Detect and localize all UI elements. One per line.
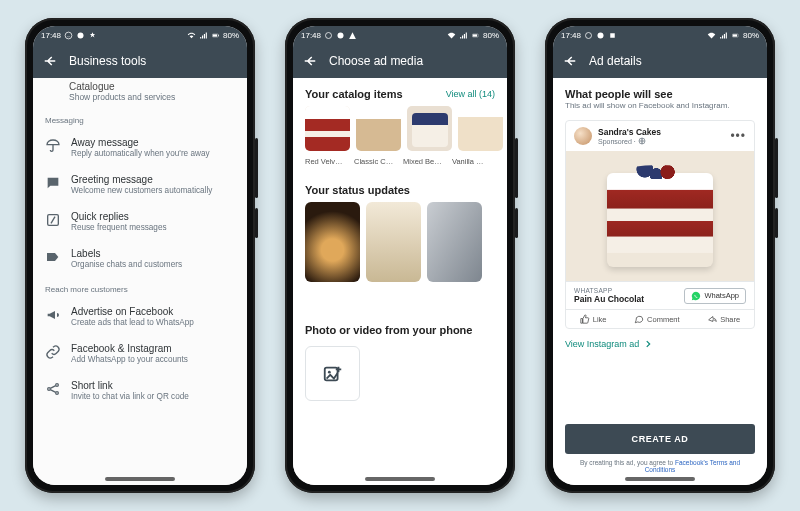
svg-rect-12 — [473, 34, 477, 36]
content: Your catalog items View all (14) Red Vel… — [293, 78, 507, 485]
megaphone-icon — [45, 307, 61, 323]
status-item[interactable] — [427, 202, 482, 282]
status-bar: 17:48 80% — [553, 26, 767, 44]
status-bar: 17:48 80% — [33, 26, 247, 44]
screen: 17:48 80% Ad details What people will se… — [553, 26, 767, 485]
ad-preview-card: Sandra's Cakes Sponsored · ••• WHATSAPP … — [565, 120, 755, 329]
catalog-caption: Mixed Be… — [403, 157, 446, 166]
message-icon — [45, 175, 61, 191]
link-icon — [45, 344, 61, 360]
app-bar: Business tools — [33, 44, 247, 78]
wifi-icon — [447, 31, 456, 40]
svg-rect-3 — [213, 34, 217, 36]
upload-heading: Photo or video from your phone — [293, 316, 507, 342]
phone-ad-details: 17:48 80% Ad details What people will se… — [545, 18, 775, 493]
status-icon-2 — [88, 31, 97, 40]
back-icon[interactable] — [43, 54, 57, 68]
umbrella-icon — [45, 138, 61, 154]
catalog-item[interactable] — [305, 106, 350, 151]
signal-icon — [459, 31, 468, 40]
catalog-item[interactable] — [407, 106, 452, 151]
battery-icon — [211, 31, 220, 40]
list-item-greeting-message[interactable]: Greeting messageWelcome new customers au… — [33, 166, 247, 203]
create-ad-button[interactable]: CREATE AD — [565, 424, 755, 454]
like-button[interactable]: Like — [580, 314, 607, 324]
preview-sub: This ad will show on Facebook and Instag… — [565, 101, 755, 110]
comment-icon — [634, 314, 644, 324]
wifi-icon — [707, 31, 716, 40]
status-icon — [76, 31, 85, 40]
svg-point-14 — [327, 370, 330, 373]
battery-pct: 80% — [223, 31, 239, 40]
svg-point-1 — [78, 32, 84, 38]
share-button[interactable]: Share — [707, 314, 740, 324]
ad-actions: Like Comment Share — [566, 309, 754, 328]
list-item-away-message[interactable]: Away messageReply automatically when you… — [33, 129, 247, 166]
slash-icon — [45, 212, 61, 228]
svg-point-6 — [48, 388, 51, 391]
list-item-catalogue[interactable]: Catalogue Show products and services — [33, 78, 247, 108]
svg-point-9 — [326, 32, 332, 38]
home-indicator — [105, 477, 175, 481]
screen: 17:48 80% Business tools Catalogue Show … — [33, 26, 247, 485]
view-all-link[interactable]: View all (14) — [446, 89, 495, 99]
status-item[interactable] — [366, 202, 421, 282]
svg-point-8 — [56, 392, 59, 395]
comment-button[interactable]: Comment — [634, 314, 680, 324]
status-bar: 17:48 80% — [293, 26, 507, 44]
catalog-caption: Classic C… — [354, 157, 397, 166]
share-icon — [707, 314, 717, 324]
cta-label: Pain Au Chocolat — [574, 294, 644, 304]
content: What people will see This ad will show o… — [553, 78, 767, 485]
wifi-icon — [187, 31, 196, 40]
list-item-fb-ig[interactable]: Facebook & InstagramAdd WhatsApp to your… — [33, 335, 247, 372]
status-icon — [336, 31, 345, 40]
app-bar: Choose ad media — [293, 44, 507, 78]
page-name: Sandra's Cakes — [598, 127, 661, 137]
phone-choose-media: 17:48 80% Choose ad media Your catalog i… — [285, 18, 515, 493]
signal-icon — [719, 31, 728, 40]
upload-tile[interactable] — [305, 346, 360, 401]
battery-icon — [731, 31, 740, 40]
page-title: Business tools — [69, 54, 146, 68]
list-item-quick-replies[interactable]: Quick repliesReuse frequent messages — [33, 203, 247, 240]
home-indicator — [625, 477, 695, 481]
list-item-short-link[interactable]: Short linkInvite to chat via link or QR … — [33, 372, 247, 409]
app-bar: Ad details — [553, 44, 767, 78]
svg-point-16 — [598, 32, 604, 38]
status-item[interactable] — [305, 202, 360, 282]
battery-icon — [471, 31, 480, 40]
avatar — [574, 127, 592, 145]
catalog-item[interactable] — [356, 106, 401, 151]
screen: 17:48 80% Choose ad media Your catalog i… — [293, 26, 507, 485]
back-icon[interactable] — [563, 54, 577, 68]
status-icon — [596, 31, 605, 40]
page-title: Choose ad media — [329, 54, 423, 68]
svg-rect-19 — [733, 34, 737, 36]
preview-heading: What people will see — [565, 88, 755, 100]
content: Catalogue Show products and services Mes… — [33, 78, 247, 485]
back-icon[interactable] — [303, 54, 317, 68]
image-plus-icon — [322, 363, 344, 385]
share-icon — [45, 381, 61, 397]
catalog-caption: Red Velv… — [305, 157, 348, 166]
whatsapp-button[interactable]: WhatsApp — [684, 288, 746, 304]
catalog-caption: Vanilla … — [452, 157, 495, 166]
list-item-advertise-fb[interactable]: Advertise on FacebookCreate ads that lea… — [33, 298, 247, 335]
like-icon — [580, 314, 590, 324]
cta-kicker: WHATSAPP — [574, 287, 644, 294]
svg-point-0 — [65, 32, 72, 39]
sponsored-label: Sponsored · — [598, 137, 661, 145]
list-item-labels[interactable]: LabelsOrganise chats and customers — [33, 240, 247, 277]
status-heading: Your status updates — [293, 176, 507, 202]
catalog-item[interactable] — [458, 106, 503, 151]
catalog-heading: Your catalog items — [305, 88, 403, 100]
phone-business-tools: 17:48 80% Business tools Catalogue Show … — [25, 18, 255, 493]
svg-rect-4 — [218, 34, 219, 36]
signal-icon — [199, 31, 208, 40]
home-indicator — [365, 477, 435, 481]
svg-point-15 — [586, 32, 592, 38]
view-instagram-link[interactable]: View Instagram ad — [553, 329, 767, 359]
status-icon-2 — [348, 31, 357, 40]
section-reach: Reach more customers — [33, 277, 247, 298]
